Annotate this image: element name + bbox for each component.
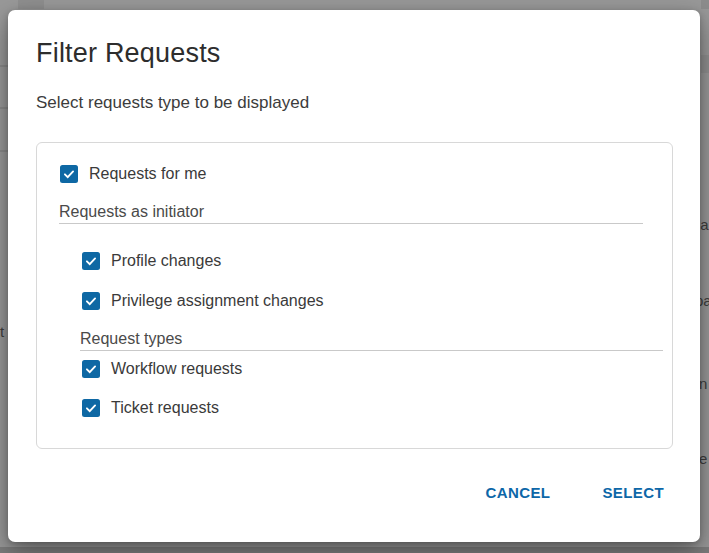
checkbox-row-ticket-requests[interactable]: Ticket requests [82, 398, 219, 417]
background-text-fragment: n [699, 375, 707, 392]
checkbox-checked-icon[interactable] [82, 292, 100, 310]
checkbox-label: Profile changes [111, 251, 221, 270]
checkbox-checked-icon[interactable] [82, 252, 100, 270]
checkbox-checked-icon[interactable] [82, 360, 100, 378]
checkbox-row-workflow-requests[interactable]: Workflow requests [82, 359, 242, 378]
background-row-line [0, 107, 8, 109]
background-row-line [0, 65, 8, 67]
background-footer-band [0, 547, 709, 553]
dialog-title: Filter Requests [36, 38, 221, 69]
background-band [701, 0, 709, 9]
background-row-line [0, 150, 8, 152]
background-band [18, 0, 44, 9]
background-band [701, 55, 709, 73]
section-label-requests-as-initiator: Requests as initiator [59, 201, 643, 224]
checkbox-checked-icon[interactable] [82, 399, 100, 417]
checkbox-row-profile-changes[interactable]: Profile changes [82, 251, 221, 270]
background-text-fragment: e [699, 450, 707, 467]
checkbox-label: Workflow requests [111, 359, 242, 378]
dialog-subtitle: Select requests type to be displayed [36, 93, 309, 113]
checkbox-checked-icon[interactable] [60, 165, 78, 183]
background-text-fragment: t [0, 323, 4, 340]
dialog-actions: CANCEL SELECT [474, 476, 676, 509]
select-button[interactable]: SELECT [590, 476, 676, 509]
checkbox-row-requests-for-me[interactable]: Requests for me [60, 164, 206, 183]
filter-options-panel: Requests for me Requests as initiator Pr… [36, 142, 673, 449]
filter-requests-dialog: Filter Requests Select requests type to … [8, 10, 700, 542]
cancel-button[interactable]: CANCEL [474, 476, 563, 509]
checkbox-row-privilege-assignment-changes[interactable]: Privilege assignment changes [82, 291, 324, 310]
checkbox-label: Ticket requests [111, 398, 219, 417]
section-label-request-types: Request types [80, 328, 663, 351]
checkbox-label: Requests for me [89, 164, 206, 183]
checkbox-label: Privilege assignment changes [111, 291, 324, 310]
